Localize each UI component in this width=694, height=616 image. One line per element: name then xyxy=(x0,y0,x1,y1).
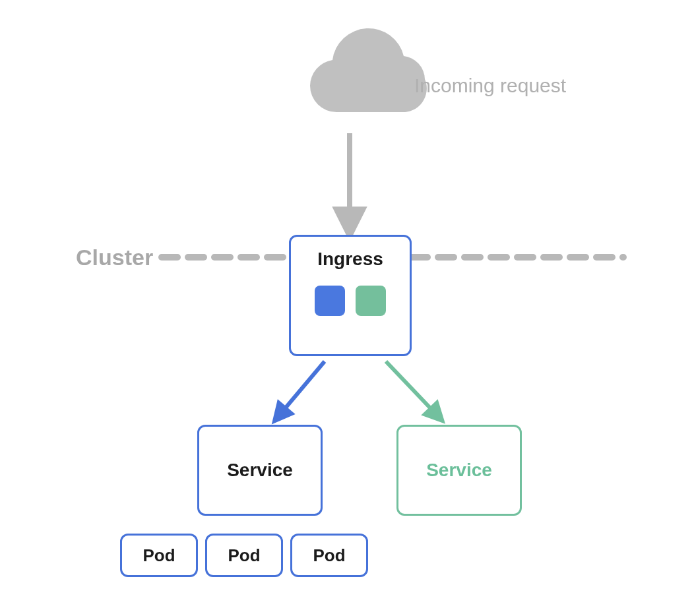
cloud-icon xyxy=(310,28,427,112)
ingress-chips xyxy=(315,286,386,316)
chip-green xyxy=(356,286,386,316)
ingress-box: Ingress xyxy=(289,235,412,356)
cluster-label: Cluster xyxy=(76,245,153,270)
service-blue-title: Service xyxy=(227,460,293,481)
pod-3: Pod xyxy=(290,534,368,577)
service-green-title: Service xyxy=(426,460,492,481)
incoming-request-label: Incoming request xyxy=(414,75,566,97)
arrow-to-green-service xyxy=(386,361,437,416)
service-blue-box: Service xyxy=(197,425,323,516)
pod-2: Pod xyxy=(205,534,283,577)
chip-blue xyxy=(315,286,345,316)
arrow-to-blue-service xyxy=(279,361,325,416)
pod-1: Pod xyxy=(120,534,198,577)
service-green-box: Service xyxy=(396,425,522,516)
ingress-title: Ingress xyxy=(317,249,383,270)
